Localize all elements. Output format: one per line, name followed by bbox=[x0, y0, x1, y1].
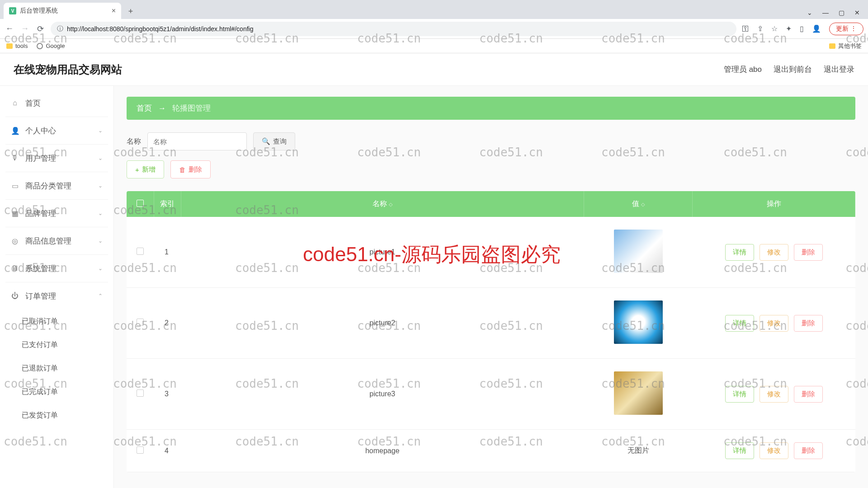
content-area: 首页 → 轮播图管理 名称 🔍 查询 + 新增 🗑 删除 bbox=[114, 86, 868, 488]
extensions-icon[interactable]: ✦ bbox=[786, 24, 792, 33]
sidebar-sub-refunded[interactable]: 已退款订单 bbox=[0, 357, 113, 380]
delete-button[interactable]: 删除 bbox=[794, 442, 823, 459]
header-to-frontend[interactable]: 退出到前台 bbox=[774, 64, 812, 75]
sidebar-sub-completed[interactable]: 已完成订单 bbox=[0, 380, 113, 404]
cell-index: 4 bbox=[154, 430, 181, 472]
cell-value: 无图片 bbox=[584, 430, 693, 472]
edit-button[interactable]: 修改 bbox=[760, 315, 788, 332]
chevron-down-icon[interactable]: ⌄ bbox=[807, 9, 812, 16]
sidebar-item-category[interactable]: ▭ 商品分类管理 ⌄ bbox=[0, 172, 113, 199]
cell-value bbox=[584, 217, 693, 288]
header-logout[interactable]: 退出登录 bbox=[824, 64, 854, 75]
bookmark-google[interactable]: Google bbox=[37, 42, 65, 49]
sidebar-sub-cancelled[interactable]: 已取消订单 bbox=[0, 310, 113, 333]
key-icon[interactable]: ⚿ bbox=[742, 25, 749, 33]
header-admin-label[interactable]: 管理员 abo bbox=[724, 64, 762, 75]
home-icon: ⌂ bbox=[11, 99, 19, 107]
data-table: 索引 名称◇ 值◇ 操作 1 picture1 详情 修改 删除 2 pictu… bbox=[127, 191, 855, 472]
header-name[interactable]: 名称◇ bbox=[181, 191, 584, 217]
cell-index: 1 bbox=[154, 217, 181, 288]
folder-icon bbox=[6, 43, 13, 49]
sidebar-item-label: 个人中心 bbox=[25, 126, 56, 136]
sort-icon: ◇ bbox=[641, 202, 645, 207]
tab-close-icon[interactable]: × bbox=[112, 7, 116, 15]
cell-value bbox=[584, 288, 693, 359]
delete-button[interactable]: 删除 bbox=[794, 244, 823, 261]
table-row: 3 picture3 详情 修改 删除 bbox=[127, 359, 855, 430]
edit-button[interactable]: 修改 bbox=[760, 244, 788, 261]
add-button[interactable]: + 新增 bbox=[127, 160, 164, 178]
search-input[interactable] bbox=[147, 132, 247, 150]
star-icon[interactable]: ☆ bbox=[771, 24, 778, 33]
search-icon: 🔍 bbox=[262, 137, 270, 145]
edit-button[interactable]: 修改 bbox=[760, 442, 788, 459]
google-icon bbox=[37, 43, 43, 49]
new-tab-button[interactable]: + bbox=[124, 7, 137, 16]
power-icon: ⏻ bbox=[11, 292, 19, 300]
row-checkbox[interactable] bbox=[137, 248, 144, 255]
header-value[interactable]: 值◇ bbox=[584, 191, 693, 217]
chevron-down-icon: ⌄ bbox=[98, 127, 103, 134]
plus-icon: + bbox=[135, 166, 139, 174]
sidebar-item-label: 商品分类管理 bbox=[25, 181, 71, 191]
breadcrumb-home[interactable]: 首页 bbox=[137, 103, 152, 113]
sort-icon: ◇ bbox=[389, 202, 392, 207]
sidebar-item-orders[interactable]: ⏻ 订单管理 ⌃ bbox=[0, 282, 113, 310]
nav-forward-icon[interactable]: → bbox=[20, 24, 30, 33]
search-label: 名称 bbox=[127, 137, 141, 146]
sidebar-item-users[interactable]: 🎙 用户管理 ⌄ bbox=[0, 145, 113, 172]
cell-name: picture2 bbox=[181, 288, 584, 359]
trash-icon: 🗑 bbox=[179, 166, 186, 174]
batch-delete-button[interactable]: 🗑 删除 bbox=[170, 160, 211, 178]
row-checkbox[interactable] bbox=[137, 389, 144, 397]
row-checkbox[interactable] bbox=[137, 446, 144, 454]
edit-button[interactable]: 修改 bbox=[760, 386, 788, 403]
cell-name: homepage bbox=[181, 430, 584, 472]
browser-tab[interactable]: V 后台管理系统 × bbox=[4, 3, 121, 19]
monitor-icon: 🖥 bbox=[11, 264, 19, 272]
cell-index: 3 bbox=[154, 359, 181, 430]
sidebar-sub-shipped[interactable]: 已发货订单 bbox=[0, 404, 113, 427]
header-checkbox[interactable] bbox=[127, 191, 154, 217]
thumbnail-image bbox=[614, 230, 663, 273]
sidebar-item-home[interactable]: ⌂ 首页 bbox=[0, 89, 113, 117]
sidebar-sub-paid[interactable]: 已支付订单 bbox=[0, 333, 113, 357]
window-maximize-icon[interactable]: ▢ bbox=[839, 9, 844, 16]
grid-icon: ▦ bbox=[11, 209, 19, 218]
detail-button[interactable]: 详情 bbox=[725, 244, 754, 261]
window-minimize-icon[interactable]: — bbox=[822, 9, 829, 16]
sidebar-item-product-info[interactable]: ◎ 商品信息管理 ⌄ bbox=[0, 227, 113, 254]
sidebar-item-label: 系统管理 bbox=[25, 263, 56, 274]
share-icon[interactable]: ⇪ bbox=[757, 24, 763, 33]
breadcrumb: 首页 → 轮播图管理 bbox=[127, 97, 855, 120]
row-checkbox[interactable] bbox=[137, 319, 144, 326]
delete-button[interactable]: 删除 bbox=[794, 315, 823, 332]
search-row: 名称 🔍 查询 bbox=[127, 132, 855, 150]
search-button[interactable]: 🔍 查询 bbox=[253, 132, 295, 150]
sidebar-item-system[interactable]: 🖥 系统管理 ⌄ bbox=[0, 255, 113, 282]
app-header: 在线宠物用品交易网站 管理员 abo 退出到前台 退出登录 bbox=[0, 53, 868, 86]
sidebar-item-profile[interactable]: 👤 个人中心 ⌄ bbox=[0, 117, 113, 144]
detail-button[interactable]: 详情 bbox=[725, 442, 754, 459]
chevron-down-icon: ⌄ bbox=[98, 155, 103, 161]
url-input[interactable]: ⓘ http://localhost:8080/springbootqi5z1/… bbox=[51, 22, 736, 36]
bookmark-other[interactable]: 其他书签 bbox=[829, 42, 862, 50]
header-index: 索引 bbox=[154, 191, 181, 217]
window-close-icon[interactable]: ✕ bbox=[854, 9, 860, 16]
chevron-down-icon: ⌄ bbox=[98, 265, 103, 272]
detail-button[interactable]: 详情 bbox=[725, 315, 754, 332]
nav-back-icon[interactable]: ← bbox=[5, 24, 14, 33]
nav-reload-icon[interactable]: ⟳ bbox=[35, 24, 45, 34]
bookmark-tools[interactable]: tools bbox=[6, 42, 28, 49]
browser-update-button[interactable]: 更新 ⋮ bbox=[829, 23, 863, 35]
panel-icon[interactable]: ▯ bbox=[800, 24, 804, 33]
url-text: http://localhost:8080/springbootqi5z1/ad… bbox=[67, 25, 253, 33]
sidebar-item-brand[interactable]: ▦ 品牌管理 ⌄ bbox=[0, 200, 113, 227]
delete-button[interactable]: 删除 bbox=[794, 386, 823, 403]
user-icon: 👤 bbox=[11, 127, 19, 135]
profile-icon[interactable]: 👤 bbox=[812, 24, 821, 33]
address-bar: ← → ⟳ ⓘ http://localhost:8080/springboot… bbox=[0, 19, 868, 39]
sidebar-item-label: 订单管理 bbox=[25, 291, 56, 301]
detail-button[interactable]: 详情 bbox=[725, 386, 754, 403]
table-row: 1 picture1 详情 修改 删除 bbox=[127, 217, 855, 288]
